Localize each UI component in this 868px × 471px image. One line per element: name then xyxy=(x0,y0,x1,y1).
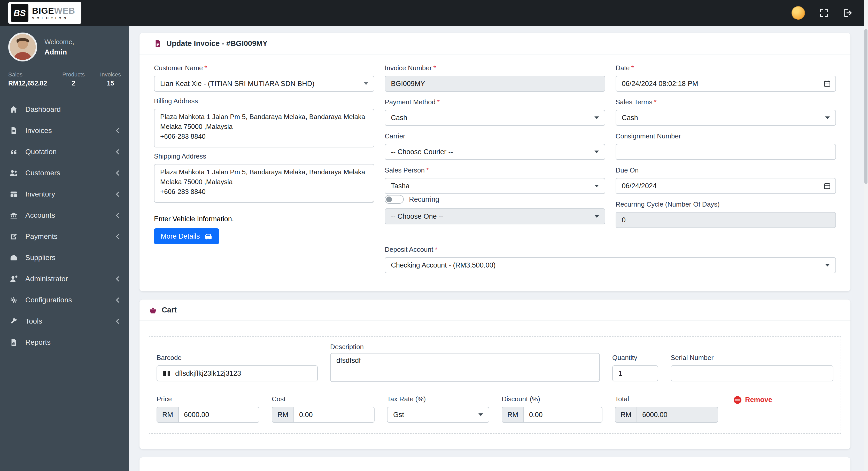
car-icon xyxy=(204,233,212,240)
minus-circle-icon xyxy=(734,396,741,404)
cart-card: Cart Barcode dflsdkjflkj23lk12j3123 xyxy=(140,300,850,449)
stat-sales: Sales RM12,652.82 xyxy=(8,71,47,87)
chevron-down-icon xyxy=(825,117,830,119)
page-title: Update Invoice - #BGI009MY xyxy=(166,39,268,48)
quantity-label: Quantity xyxy=(612,354,658,361)
chevron-down-icon xyxy=(594,151,599,153)
more-details-button[interactable]: More Details xyxy=(154,228,219,244)
chevron-left-icon xyxy=(115,149,120,154)
quantity-input[interactable]: 1 xyxy=(612,366,658,381)
currency-prefix: RM xyxy=(502,407,523,423)
payment-method-select[interactable]: Cash xyxy=(385,110,605,126)
chevron-left-icon xyxy=(115,319,120,324)
barcode-field: Barcode dflsdkjflkj23lk12j3123 xyxy=(157,343,318,381)
administrator-icon xyxy=(9,275,18,283)
fullscreen-icon[interactable] xyxy=(819,8,829,18)
username: Admin xyxy=(44,47,74,57)
serial-number-input[interactable] xyxy=(671,366,833,381)
update-invoice-card: Update Invoice - #BGI009MY Customer Name… xyxy=(140,33,850,291)
recurring-option-select: -- Choose One -- xyxy=(385,209,605,224)
scrollbar-track[interactable] xyxy=(864,0,868,471)
sidebar-item-invoices[interactable]: Invoices xyxy=(0,120,129,141)
price-label: Price xyxy=(157,395,259,403)
profile-section: Welcome, Admin xyxy=(0,26,129,67)
sidebar-item-customers[interactable]: Customers xyxy=(0,162,129,184)
due-on-input[interactable]: 06/24/2024 xyxy=(616,178,836,194)
price-input[interactable]: 6000.00 xyxy=(178,407,259,423)
tax-rate-select[interactable]: Gst xyxy=(387,407,489,423)
topbar: BS BIGEWEB SOLUTION xyxy=(0,0,868,26)
suppliers-icon xyxy=(9,253,18,262)
theme-sun-icon[interactable] xyxy=(792,6,805,20)
invoice-file-icon xyxy=(154,40,162,48)
totals-card: Add New Add Product Shipping Fees Amount… xyxy=(140,457,850,471)
recurring-cycle-input: 0 xyxy=(616,212,836,228)
brand-logo[interactable]: BS BIGEWEB SOLUTION xyxy=(8,2,82,24)
brand-monogram: BS xyxy=(11,4,28,22)
recurring-label: Recurring xyxy=(409,195,439,203)
payment-method-label: Payment Method* xyxy=(385,98,605,105)
discount-field: Discount (%) RM 0.00 xyxy=(502,395,602,423)
carrier-select[interactable]: -- Choose Courier -- xyxy=(385,144,605,160)
due-on-field: Due On 06/24/2024 xyxy=(616,166,836,194)
amount-paid-label: Amount Paid xyxy=(610,470,649,471)
cart-header: Cart xyxy=(140,300,850,321)
description-textarea[interactable]: dfsdfsdf xyxy=(330,353,600,382)
shipping-address-textarea[interactable]: Plaza Mahkota 1 Jalan Pm 5, Bandaraya Me… xyxy=(154,164,374,203)
billing-address-textarea[interactable]: Plaza Mahkota 1 Jalan Pm 5, Bandaraya Me… xyxy=(154,109,374,148)
sidebar-item-quotation[interactable]: Quotation xyxy=(0,141,129,162)
customers-icon xyxy=(9,168,18,178)
reports-icon xyxy=(9,338,18,347)
calendar-icon xyxy=(824,182,831,190)
stat-products: Products 2 xyxy=(62,71,85,87)
inventory-icon xyxy=(9,190,18,198)
barcode-input[interactable]: dflsdkjflkj23lk12j3123 xyxy=(157,366,318,381)
description-label: Description xyxy=(330,343,600,350)
sidebar-item-dashboard[interactable]: Dashboard xyxy=(0,99,129,120)
invoice-icon xyxy=(9,126,18,135)
sales-terms-select[interactable]: Cash xyxy=(616,110,836,126)
consignment-number-input[interactable] xyxy=(616,144,836,160)
sidebar-item-suppliers[interactable]: Suppliers xyxy=(0,247,129,268)
deposit-account-label: Deposit Account* xyxy=(385,246,836,253)
customer-name-select[interactable]: Lian Keat Xie - (TITIAN SRI MUTIARA SDN … xyxy=(154,76,374,92)
date-label: Date* xyxy=(616,64,836,71)
deposit-account-select[interactable]: Checking Account - (RM3,500.00) xyxy=(385,257,836,273)
recurring-toggle[interactable] xyxy=(385,195,404,204)
discount-input[interactable]: 0.00 xyxy=(523,407,602,423)
configurations-icon xyxy=(9,296,18,305)
chevron-left-icon xyxy=(115,192,120,197)
invoice-number-label: Invoice Number* xyxy=(385,64,605,71)
sales-person-select[interactable]: Tasha xyxy=(385,178,605,194)
chevron-down-icon xyxy=(594,117,599,119)
recurring-cycle-label: Recurring Cycle (Number Of Days) xyxy=(616,201,836,208)
chevron-down-icon xyxy=(594,215,599,218)
brand-tagline: SOLUTION xyxy=(32,17,75,20)
consignment-number-field: Consignment Number xyxy=(616,132,836,160)
sidebar-item-configurations[interactable]: Configurations xyxy=(0,289,129,311)
cost-label: Cost xyxy=(272,395,375,403)
serial-number-field: Serial Number xyxy=(671,343,833,381)
chevron-left-icon xyxy=(115,234,120,239)
sidebar-item-administrator[interactable]: Administrator xyxy=(0,268,129,289)
brand-name: BIGEWEB xyxy=(32,6,75,15)
chevron-down-icon xyxy=(364,82,368,85)
cost-input[interactable]: 0.00 xyxy=(293,407,375,423)
remove-item-button[interactable]: Remove xyxy=(734,396,772,404)
barcode-label: Barcode xyxy=(157,354,318,361)
sidebar-item-reports[interactable]: Reports xyxy=(0,332,129,353)
scrollbar-thumb[interactable] xyxy=(864,29,867,184)
chevron-left-icon xyxy=(115,276,120,281)
date-input[interactable]: 06/24/2024 08:02:18 PM xyxy=(616,76,836,92)
stats-bar: Sales RM12,652.82 Products 2 Invoices 15 xyxy=(0,67,129,94)
sidebar-item-payments[interactable]: Payments xyxy=(0,226,129,247)
sidebar-item-inventory[interactable]: Inventory xyxy=(0,184,129,205)
invoice-number-field: Invoice Number* BGI009MY xyxy=(385,64,605,92)
carrier-field: Carrier -- Choose Courier -- xyxy=(385,132,605,160)
sidebar-item-accounts[interactable]: Accounts xyxy=(0,205,129,226)
currency-prefix: RM xyxy=(272,407,293,423)
sales-terms-label: Sales Terms* xyxy=(616,98,836,105)
sales-person-label: Sales Person* xyxy=(385,166,605,174)
logout-icon[interactable] xyxy=(843,8,852,18)
sidebar-item-tools[interactable]: Tools xyxy=(0,311,129,332)
